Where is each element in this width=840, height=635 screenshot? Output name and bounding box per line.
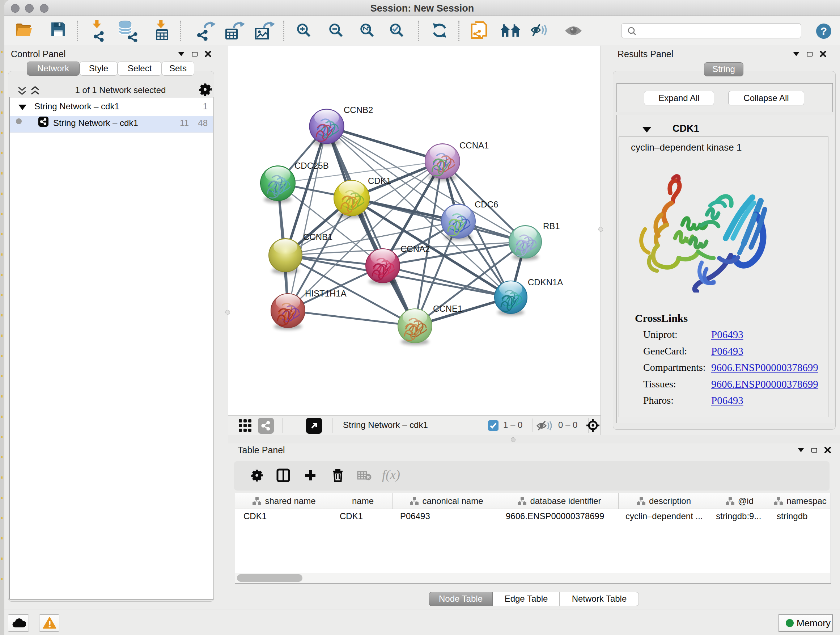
svg-text:CDC6: CDC6 xyxy=(475,200,498,209)
svg-text:CCNA1: CCNA1 xyxy=(459,141,489,150)
svg-text:CDK1: CDK1 xyxy=(368,176,391,186)
svg-text:CCNE1: CCNE1 xyxy=(433,304,462,314)
svg-text:RB1: RB1 xyxy=(543,221,560,231)
svg-text:CCNB1: CCNB1 xyxy=(303,232,332,242)
svg-text:CCNA2: CCNA2 xyxy=(401,244,430,254)
svg-text:HIST1H1A: HIST1H1A xyxy=(305,288,347,298)
svg-text:CDKN1A: CDKN1A xyxy=(528,277,563,287)
svg-text:CDC25B: CDC25B xyxy=(294,161,329,171)
svg-text:CCNB2: CCNB2 xyxy=(344,105,373,115)
